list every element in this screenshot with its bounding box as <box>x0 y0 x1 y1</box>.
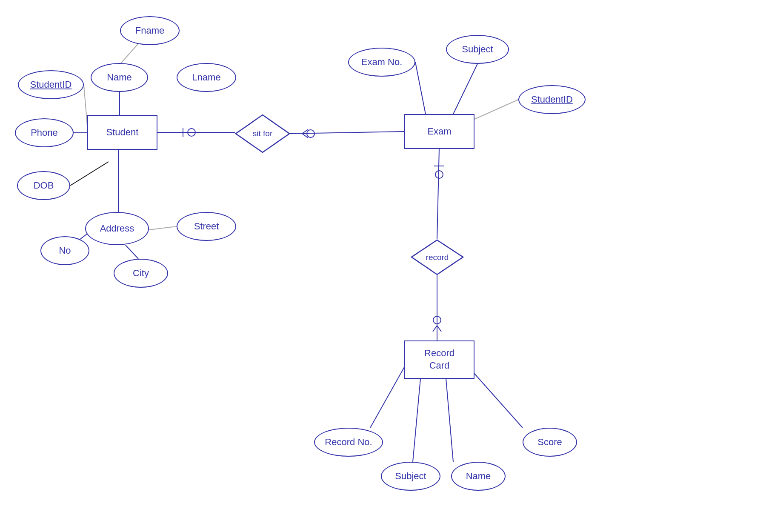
attr-city: City <box>114 259 168 288</box>
attr-subject-rc: Subject <box>381 462 440 491</box>
attr-studentid: StudentID <box>18 70 84 99</box>
attr-fname: Fname <box>120 16 180 45</box>
attr-street: Street <box>177 212 236 241</box>
attr-address: Address <box>85 212 149 245</box>
er-diagram: Student Exam RecordCard Fname Name Lname… <box>0 0 766 532</box>
relationship-sitfor: sit for <box>235 114 290 153</box>
relationship-record: record <box>411 239 464 275</box>
attr-phone: Phone <box>15 118 74 147</box>
attr-name-rc: Name <box>451 462 506 491</box>
attr-lname: Lname <box>177 63 236 92</box>
attr-dob: DOB <box>17 171 70 200</box>
attr-score: Score <box>523 428 577 457</box>
attr-examno: Exam No. <box>348 48 415 77</box>
attr-studentid2: StudentID <box>518 85 586 114</box>
attr-subject-exam: Subject <box>446 35 509 64</box>
entity-exam: Exam <box>404 114 474 149</box>
entity-student: Student <box>87 115 157 150</box>
attr-name: Name <box>91 63 148 92</box>
entity-recordcard: RecordCard <box>404 340 474 379</box>
attr-no: No <box>40 236 89 265</box>
attr-recordno: Record No. <box>314 428 383 457</box>
